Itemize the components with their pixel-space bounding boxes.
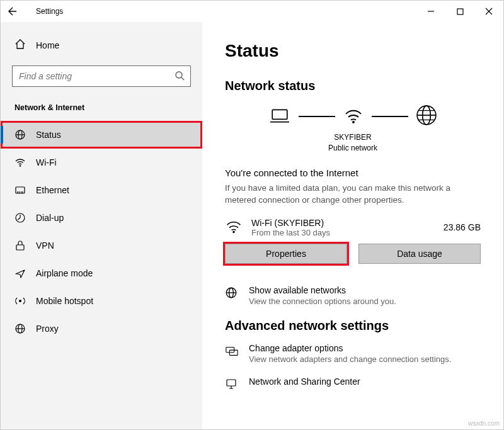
data-usage-button[interactable]: Data usage [358,244,481,264]
globe-icon [225,285,239,302]
page-title: Status [225,41,481,61]
svg-rect-21 [457,9,463,14]
sidebar-item-wi-fi[interactable]: Wi-Fi [1,149,202,176]
vpn-icon [14,240,26,251]
diagram-ssid: SKYFIBER [225,132,481,143]
sidebar-item-label: Ethernet [36,185,69,195]
laptop-icon [268,106,291,127]
connection-row: Wi-Fi (SKYFIBER) From the last 30 days 2… [225,218,481,237]
proxy-icon [14,323,26,334]
available-title: Show available networks [249,285,396,295]
sidebar-item-ethernet[interactable]: Ethernet [1,176,202,204]
data-used: 23.86 GB [444,222,481,232]
diagram-network-type: Public network [225,143,481,154]
show-available-networks-link[interactable]: Show available networks View the connect… [225,285,481,306]
sidebar-item-mobile-hotspot[interactable]: Mobile hotspot [1,287,202,315]
sidebar-item-label: Dial-up [36,213,64,223]
nav-list: StatusWi-FiEthernetDial-upVPNAirplane mo… [1,121,202,342]
home-link[interactable]: Home [1,33,202,57]
wifi-icon [343,106,364,127]
connection-description: If you have a limited data plan, you can… [225,182,481,207]
sidebar-item-airplane-mode[interactable]: Airplane mode [1,259,202,287]
window-title: Settings [23,7,63,16]
home-label: Home [36,40,59,50]
sidebar-item-status[interactable]: Status [1,121,202,149]
status-icon [14,129,26,140]
sidebar-item-label: Wi-Fi [36,157,57,167]
dialup-icon [14,212,26,223]
diagram-line [372,116,408,117]
settings-window: Settings Home Network & Internet StatusW… [0,0,504,430]
wifi-icon [225,218,243,237]
section-advanced: Advanced network settings [225,319,481,333]
search-icon [175,71,185,83]
hotspot-icon [14,295,26,307]
search-container [12,65,191,87]
connection-period: From the last 30 days [251,228,435,237]
maximize-button[interactable] [445,1,474,21]
sidebar-item-proxy[interactable]: Proxy [1,315,202,342]
sidebar: Home Network & Internet StatusWi-FiEther… [1,22,202,429]
sharing-title: Network and Sharing Center [249,376,360,387]
section-network-status: Network status [225,79,481,93]
adapter-title: Change adapter options [249,343,451,353]
sidebar-item-vpn[interactable]: VPN [1,232,202,259]
content: Status Network status SKYFIBER Public ne… [202,22,503,429]
airplane-icon [14,268,26,279]
sidebar-item-label: VPN [36,240,54,251]
properties-button[interactable]: Properties [225,244,347,264]
connection-name: Wi-Fi (SKYFIBER) [251,218,435,228]
titlebar: Settings [1,1,503,22]
category-heading: Network & Internet [1,101,202,121]
sidebar-item-label: Status [36,130,61,140]
ethernet-icon [14,184,26,196]
network-diagram [225,105,481,128]
diagram-caption: SKYFIBER Public network [225,132,481,154]
adapter-desc: View network adapters and change connect… [249,354,451,364]
sharing-icon [225,376,239,393]
wifi-icon [14,157,26,168]
change-adapter-options-link[interactable]: Change adapter options View network adap… [225,343,481,364]
connection-buttons: Properties Data usage [225,244,481,264]
connection-headline: You're connected to the Internet [225,167,481,178]
sidebar-item-dial-up[interactable]: Dial-up [1,204,202,232]
close-button[interactable] [474,1,503,21]
diagram-line [299,116,335,117]
minimize-button[interactable] [416,1,445,21]
available-desc: View the connection options around you. [249,297,396,306]
network-sharing-center-link[interactable]: Network and Sharing Center [225,376,481,393]
globe-icon [416,105,437,128]
sidebar-item-label: Airplane mode [36,268,93,278]
search-input[interactable] [12,65,191,87]
home-icon [14,38,26,52]
adapter-icon [225,343,239,359]
sidebar-item-label: Mobile hotspot [36,296,93,306]
watermark: wsxdn.com [468,420,500,427]
sidebar-item-label: Proxy [36,324,59,334]
back-button[interactable] [1,1,23,22]
